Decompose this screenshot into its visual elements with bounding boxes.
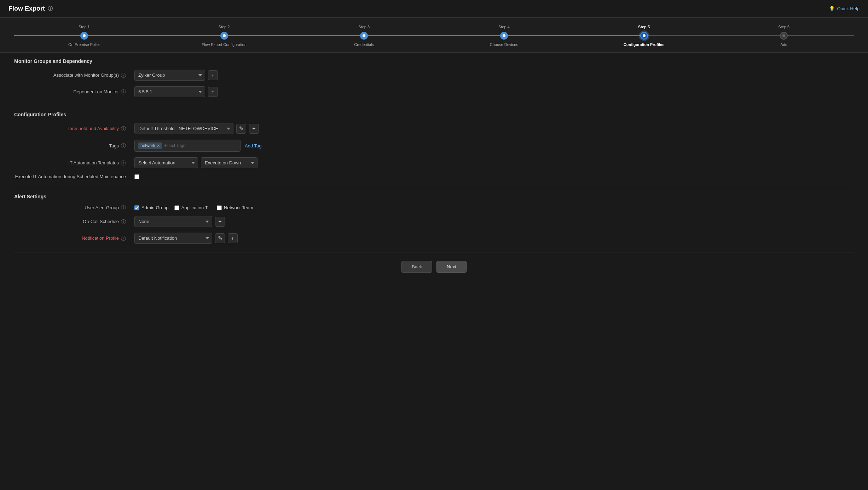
step-4[interactable]: Step 4 Choose Devices (434, 25, 574, 47)
step-2-label: Step 2 (219, 25, 230, 29)
user-alert-info-icon[interactable]: i (121, 205, 126, 210)
tags-row: Tags i network ✕ Select Tags Add Tag (14, 140, 854, 152)
oncall-schedule-row: On-Call Schedule i None + (14, 216, 854, 227)
select-automation-select[interactable]: Select Automation (134, 157, 198, 168)
it-automation-row: IT Automation Templates i Select Automat… (14, 157, 854, 168)
dependent-info-icon[interactable]: i (121, 89, 126, 94)
step-6[interactable]: Step 6 Add (714, 25, 854, 47)
step-5-pre-line (574, 35, 640, 36)
page-title-info-icon[interactable]: ⓘ (48, 6, 53, 12)
tag-network-remove[interactable]: ✕ (157, 144, 160, 148)
step-4-pre-line (434, 35, 500, 36)
page-title-container: Flow Export ⓘ (8, 5, 53, 12)
step-6-name: Add (780, 42, 787, 47)
tag-network-label: network (140, 143, 155, 148)
step-6-post-line (788, 35, 854, 36)
next-button[interactable]: Next (436, 261, 467, 273)
threshold-info-icon[interactable]: i (121, 126, 126, 131)
maintenance-checkbox[interactable] (134, 174, 139, 179)
notification-edit-button[interactable]: ✎ (215, 233, 225, 243)
step-1-circle (80, 32, 88, 40)
associate-monitor-group-select[interactable]: Zylker Group (134, 70, 205, 81)
step-5[interactable]: Step 5 Configuration Profiles (574, 25, 714, 47)
back-button[interactable]: Back (401, 261, 432, 273)
main-content: Monitor Groups and Dependency Associate … (0, 53, 868, 292)
notification-info-icon[interactable]: i (121, 236, 126, 241)
page-title: Flow Export (8, 5, 45, 12)
tag-network: network ✕ (138, 142, 162, 149)
step-1-post-line (88, 35, 154, 36)
step-1[interactable]: Step 1 On-Premise Poller (14, 25, 154, 47)
threshold-add-button[interactable]: + (249, 124, 259, 134)
step-5-post-line (648, 35, 714, 36)
tags-label: Tags i (14, 143, 134, 148)
alert-group-application-checkbox[interactable] (174, 205, 179, 210)
oncall-schedule-select[interactable]: None (134, 216, 212, 227)
associate-monitor-group-row: Associate with Monitor Group(s) i Zylker… (14, 70, 854, 81)
step-6-label: Step 6 (778, 25, 789, 29)
quick-help-button[interactable]: 💡 Quick Help (829, 6, 860, 11)
dependent-on-monitor-add-button[interactable]: + (208, 87, 218, 97)
step-3-circle (360, 32, 368, 40)
oncall-schedule-add-button[interactable]: + (215, 217, 225, 227)
tags-info-icon[interactable]: i (121, 143, 126, 148)
step-6-dot (782, 34, 785, 37)
maintenance-row: Execute IT Automation during Scheduled M… (14, 174, 854, 179)
threshold-edit-button[interactable]: ✎ (236, 124, 246, 134)
step-5-dot (643, 34, 646, 37)
step-2-pre-line (154, 35, 220, 36)
bulb-icon: 💡 (829, 6, 835, 11)
threshold-row: Threshold and Availability i Default Thr… (14, 123, 854, 134)
tags-placeholder: Select Tags (163, 143, 185, 148)
step-3[interactable]: Step 3 Credentials (294, 25, 434, 47)
step-2-circle (220, 32, 228, 40)
user-alert-group-control: Admin Group Application T... Network Tea… (134, 205, 854, 210)
dependent-on-monitor-label: Dependent on Monitor i (14, 89, 134, 94)
step-4-dot (503, 34, 505, 37)
associate-monitor-group-add-button[interactable]: + (208, 70, 218, 80)
maintenance-control (134, 174, 854, 179)
execute-on-select[interactable]: Execute on Down (201, 157, 257, 168)
wizard-footer: Back Next (14, 252, 854, 278)
associate-monitor-group-label: Associate with Monitor Group(s) i (14, 72, 134, 78)
add-tag-button[interactable]: Add Tag (243, 143, 263, 148)
it-automation-info-icon[interactable]: i (121, 161, 126, 165)
step-4-name: Choose Devices (490, 42, 518, 47)
step-5-name: Configuration Profiles (624, 42, 665, 47)
threshold-select[interactable]: Default Threshold - NETFLOWDEVICE (134, 123, 233, 134)
alert-group-network[interactable]: Network Team (217, 205, 253, 210)
step-4-post-line (508, 35, 574, 36)
alert-group-admin[interactable]: Admin Group (134, 205, 169, 210)
it-automation-control: Select Automation Execute on Down (134, 157, 854, 168)
notification-profile-select[interactable]: Default Notification (134, 233, 212, 244)
step-3-dot (363, 34, 365, 37)
dependent-on-monitor-control: 5.5.5.1 + (134, 86, 854, 97)
alert-group-application-label: Application T... (181, 205, 211, 210)
notification-profile-row: Notification Profile i Default Notificat… (14, 233, 854, 244)
step-2-post-line (228, 35, 294, 36)
step-6-pre-line (714, 35, 780, 36)
config-profiles-section: Configuration Profiles Threshold and Ava… (14, 106, 854, 188)
plus-icon-3: + (252, 126, 255, 132)
associate-info-icon[interactable]: i (121, 73, 126, 78)
step-2-name: Flow Export Configuration (202, 42, 247, 47)
alert-group-application[interactable]: Application T... (174, 205, 211, 210)
notification-add-button[interactable]: + (228, 233, 238, 243)
plus-icon: + (211, 72, 214, 78)
maintenance-label: Execute IT Automation during Scheduled M… (14, 174, 134, 179)
associate-monitor-group-control: Zylker Group + (134, 70, 854, 81)
alert-group-network-checkbox[interactable] (217, 205, 222, 210)
it-automation-label: IT Automation Templates i (14, 160, 134, 165)
oncall-info-icon[interactable]: i (121, 219, 126, 224)
pencil-icon-2: ✎ (218, 235, 222, 241)
step-2[interactable]: Step 2 Flow Export Configuration (154, 25, 294, 47)
dependent-on-monitor-select[interactable]: 5.5.5.1 (134, 86, 205, 97)
alert-group-admin-label: Admin Group (141, 205, 169, 210)
tags-input-container[interactable]: network ✕ Select Tags (134, 140, 241, 152)
threshold-label: Threshold and Availability i (14, 126, 134, 131)
quick-help-label: Quick Help (837, 6, 860, 11)
step-1-dot (83, 34, 86, 37)
alert-settings-section: Alert Settings User Alert Group i Admin … (14, 188, 854, 252)
alert-group-admin-checkbox[interactable] (134, 205, 139, 210)
step-5-circle (640, 32, 648, 40)
